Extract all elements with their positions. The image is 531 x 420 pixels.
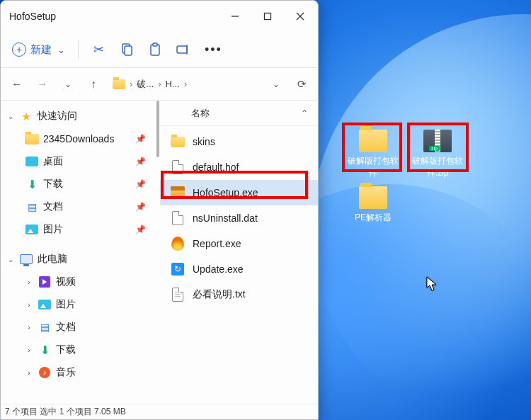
status-text: 7 个项目 选中 1 个项目 7.05 MB <box>5 406 126 418</box>
sidebar-item[interactable]: ›⬇下载 <box>1 339 154 361</box>
file-name: default.hof <box>193 161 239 173</box>
desktop-icon-label: PE解析器 <box>347 212 399 224</box>
status-bar: 7 个项目 选中 1 个项目 7.05 MB <box>1 404 318 419</box>
sidebar-label: 图片 <box>56 298 76 311</box>
breadcrumb-sep: › <box>158 79 161 89</box>
back-button[interactable]: ← <box>8 75 26 93</box>
file-name: Update.exe <box>193 263 244 275</box>
report-icon <box>171 237 184 251</box>
sidebar-item[interactable]: ▤文档📌 <box>1 195 154 218</box>
up-button[interactable]: ↑ <box>84 75 103 93</box>
breadcrumb-part[interactable]: 破... <box>137 78 154 91</box>
refresh-button[interactable]: ⟳ <box>292 75 311 93</box>
desktop-icon <box>25 157 38 166</box>
pin-icon: 📌 <box>135 157 146 166</box>
sidebar-label: 音乐 <box>56 366 76 379</box>
maximize-button[interactable] <box>251 1 284 32</box>
picture-icon <box>38 300 51 310</box>
rename-button[interactable] <box>171 37 196 62</box>
close-button[interactable] <box>284 1 316 32</box>
new-button-label: 新建 <box>30 43 52 57</box>
svg-rect-5 <box>125 46 132 55</box>
desktop-icon-folder[interactable]: PE解析器 <box>347 186 399 224</box>
folder-icon <box>171 137 185 147</box>
file-list[interactable]: skins default.hof HofoSetup.exe nsUninst… <box>160 126 318 404</box>
pc-icon <box>20 254 33 264</box>
breadcrumb-dropdown[interactable]: ⌄ <box>267 75 285 93</box>
refresh-icon: ⟳ <box>297 78 307 91</box>
file-row[interactable]: HofoSetup.exe <box>160 180 318 205</box>
desktop-icon-folder[interactable]: 破解版打包软件 <box>347 130 399 179</box>
copy-button[interactable] <box>114 37 139 62</box>
copy-icon <box>120 43 133 56</box>
file-row[interactable]: 必看说明.txt <box>160 282 318 307</box>
sidebar-label: 文档 <box>43 200 63 213</box>
svg-rect-8 <box>177 46 187 53</box>
minimize-button[interactable] <box>219 1 251 32</box>
file-name: nsUninstall.dat <box>193 212 258 224</box>
pin-icon: 📌 <box>135 179 146 189</box>
history-dropdown[interactable]: ⌄ <box>59 75 77 93</box>
nav-sidebar[interactable]: ⌄ ★ 快速访问 2345Downloads📌 桌面📌 ⬇下载📌 ▤文档📌 图片… <box>1 101 154 404</box>
file-row[interactable]: nsUninstall.dat <box>160 205 318 231</box>
sidebar-this-pc[interactable]: ⌄ 此电脑 <box>1 248 154 271</box>
sidebar-label: 视频 <box>56 276 76 288</box>
file-row[interactable]: Update.exe <box>160 256 318 282</box>
chevron-right-icon: › <box>25 278 33 286</box>
video-icon <box>39 276 50 288</box>
chevron-down-icon: ⌄ <box>57 45 65 55</box>
folder-icon <box>359 186 387 209</box>
more-button[interactable]: ••• <box>199 37 228 62</box>
file-icon <box>172 211 183 225</box>
file-name: Report.exe <box>193 238 241 249</box>
splitter[interactable] <box>154 101 160 404</box>
column-header-name[interactable]: 名称 ⌃ <box>160 101 318 126</box>
sidebar-label: 图片 <box>43 223 63 236</box>
column-label: 名称 <box>191 107 210 120</box>
sidebar-item[interactable]: 图片📌 <box>1 218 154 241</box>
file-row[interactable]: skins <box>160 129 318 154</box>
desktop-icon-zip[interactable]: 破解版打包软件.zip <box>411 130 464 179</box>
sidebar-item[interactable]: ›▤文档 <box>1 316 154 339</box>
music-icon <box>39 367 50 378</box>
new-button[interactable]: + 新建 ⌄ <box>6 37 71 62</box>
sidebar-item[interactable]: 2345Downloads📌 <box>1 127 154 150</box>
explorer-body: ⌄ ★ 快速访问 2345Downloads📌 桌面📌 ⬇下载📌 ▤文档📌 图片… <box>1 100 318 404</box>
cut-button[interactable]: ✂ <box>86 37 111 62</box>
sidebar-quick-access[interactable]: ⌄ ★ 快速访问 <box>1 105 154 127</box>
paste-button[interactable] <box>142 37 168 62</box>
pin-icon: 📌 <box>135 202 146 212</box>
sidebar-item[interactable]: 桌面📌 <box>1 150 154 173</box>
sidebar-label: 此电脑 <box>38 253 67 266</box>
sidebar-item[interactable]: ›音乐 <box>1 361 154 384</box>
sidebar-label: 快速访问 <box>38 110 77 123</box>
star-icon: ★ <box>19 110 33 122</box>
toolbar: + 新建 ⌄ ✂ ••• <box>1 32 318 67</box>
sidebar-label: 下载 <box>43 178 63 191</box>
chevron-up-icon: ⌃ <box>301 108 308 118</box>
file-row[interactable]: default.hof <box>160 154 318 180</box>
titlebar[interactable]: HofoSetup <box>1 1 318 32</box>
breadcrumb[interactable]: › 破... › H... › <box>110 74 260 95</box>
file-list-pane: 名称 ⌃ skins default.hof HofoSetup.exe nsU… <box>160 101 318 404</box>
chevron-down-icon: ⌄ <box>6 113 15 120</box>
file-row[interactable]: Report.exe <box>160 231 318 256</box>
sidebar-item[interactable]: ›图片 <box>1 293 154 316</box>
desktop-icon-label: 破解版打包软件 <box>347 155 399 179</box>
arrow-up-icon: ↑ <box>91 78 96 91</box>
arrow-right-icon: → <box>37 78 48 91</box>
sidebar-item[interactable]: ›视频 <box>1 271 154 293</box>
chevron-right-icon: › <box>25 324 33 331</box>
text-file-icon <box>172 288 183 302</box>
sidebar-label: 桌面 <box>43 155 63 168</box>
window-title: HofoSetup <box>9 11 219 22</box>
breadcrumb-part[interactable]: H... <box>166 79 180 89</box>
chevron-down-icon: ⌄ <box>6 256 15 263</box>
file-name: HofoSetup.exe <box>193 187 258 198</box>
sidebar-label: 文档 <box>56 321 76 334</box>
download-icon: ⬇ <box>38 344 52 356</box>
forward-button[interactable]: → <box>33 75 52 93</box>
svg-rect-7 <box>153 43 157 46</box>
installer-icon <box>171 186 185 199</box>
sidebar-item[interactable]: ⬇下载📌 <box>1 173 154 195</box>
